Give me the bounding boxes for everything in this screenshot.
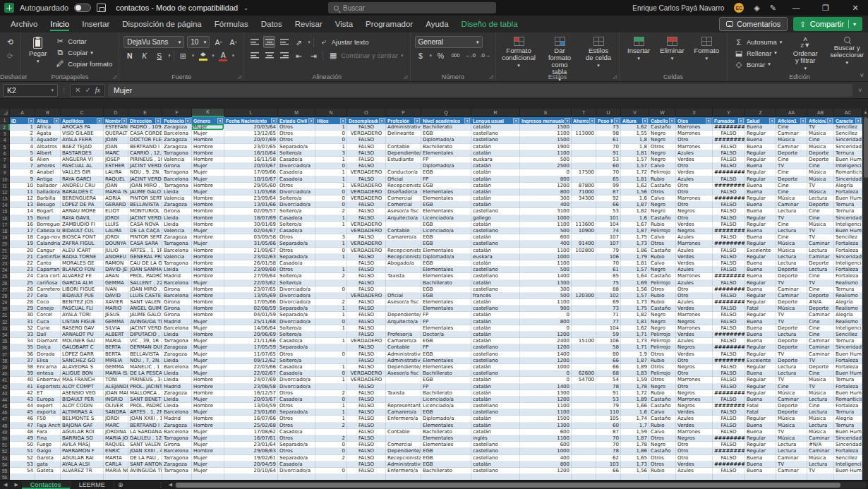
align-center-icon[interactable] <box>263 49 275 61</box>
cell-C14[interactable]: LÓPEZ DE PA <box>61 202 104 208</box>
insert-cells-button[interactable]: Insertar▾ <box>624 35 653 71</box>
cell-AC20[interactable]: Fortaleza <box>834 241 862 247</box>
underline-button[interactable]: S <box>153 49 165 61</box>
filter-button-X[interactable]: ▾ <box>706 118 711 123</box>
cell-M35[interactable]: Casado/a <box>278 338 315 344</box>
cell-P54[interactable]: Administrativo <box>386 461 421 468</box>
cell-Q49[interactable]: Bachillerato <box>421 429 471 435</box>
cell-X26[interactable]: Azules <box>676 280 713 286</box>
cell-U4[interactable]: 61 <box>596 137 621 143</box>
cell-T52[interactable] <box>572 448 596 454</box>
cell-E15[interactable]: MONTURIOL , <box>128 208 162 215</box>
menu-tab-programador[interactable]: Programador <box>359 17 419 31</box>
cell-M4[interactable]: Otros <box>278 137 315 143</box>
cell-C29[interactable]: BENITEZ JOS <box>61 299 104 306</box>
cell-D4[interactable]: JOAN <box>104 137 128 143</box>
cell-AB29[interactable]: #N/A <box>807 299 834 306</box>
cell-W56[interactable] <box>649 474 676 480</box>
cell-N26[interactable] <box>315 280 347 286</box>
cell-O5[interactable]: FALSO <box>347 144 386 150</box>
cell-C19[interactable]: BIOSCA FONT <box>61 234 104 241</box>
cell-W31[interactable]: Negro <box>649 312 676 318</box>
cell-V49[interactable]: 1,59 <box>621 429 649 435</box>
cell-X56[interactable] <box>676 474 713 480</box>
cell-R3[interactable]: castellano <box>471 131 520 137</box>
cell-O35[interactable]: VERDADERO <box>347 338 386 344</box>
cell-T28[interactable]: 120300 <box>572 293 596 299</box>
cell-P48[interactable] <box>386 423 421 429</box>
cell-Y2[interactable]: ########## <box>713 124 745 131</box>
cell-D39[interactable]: GEMMA <box>104 364 128 370</box>
cell-P32[interactable]: Arquitecto/a <box>386 319 421 325</box>
font-color-icon[interactable]: A <box>217 49 229 61</box>
cell-E18[interactable]: DE LA CAÇA <box>128 228 162 234</box>
cell-X25[interactable]: Marrones <box>676 273 713 279</box>
cell-Z52[interactable]: Regular <box>745 448 776 454</box>
cell-W46[interactable]: Calvo <box>649 409 676 416</box>
cell-AA33[interactable]: Deporte <box>776 325 807 332</box>
cell-T17[interactable]: 113600 <box>572 222 596 228</box>
cell-AB3[interactable]: Música <box>807 131 834 137</box>
cell-S45[interactable]: 1100 <box>520 403 572 409</box>
cell-AB51[interactable]: #N/A <box>807 442 834 448</box>
cell-AC50[interactable]: Sinceridad <box>834 435 862 442</box>
cell-R25[interactable]: castellano <box>471 273 520 279</box>
cell-E50[interactable]: GALILEU , 12. <box>128 435 162 442</box>
cell-Y50[interactable]: ########## <box>713 435 745 442</box>
table-header-N[interactable]: Hijos▾ <box>315 117 347 124</box>
cell-O47[interactable]: FALSO <box>347 416 386 422</box>
cell-T27[interactable] <box>572 286 596 293</box>
column-header-B[interactable]: B <box>35 109 61 117</box>
cell-AC56[interactable] <box>834 474 862 480</box>
number-dialog-launcher-icon[interactable]: ◿ <box>488 74 494 80</box>
cell-X48[interactable]: Verdes <box>676 423 713 429</box>
cell-R42[interactable]: catalán <box>471 384 520 390</box>
cell-U41[interactable]: 54 <box>596 377 621 383</box>
cell-AB26[interactable]: TV <box>807 280 834 286</box>
cell-T29[interactable] <box>572 299 596 306</box>
cell-Q23[interactable]: EGB <box>421 260 471 267</box>
cell-P51[interactable]: Comercial <box>386 442 421 448</box>
cell-E24[interactable]: JOAN SANMA <box>128 267 162 273</box>
cell-F31[interactable]: Girona <box>162 312 192 318</box>
cell-AA45[interactable]: Deporte <box>776 403 807 409</box>
table-header-AB[interactable]: Afición2▾ <box>807 117 834 124</box>
cell-X51[interactable]: Otro <box>676 442 713 448</box>
cell-B5[interactable]: Albatros <box>35 144 61 150</box>
cell-B50[interactable]: Fina <box>35 435 61 442</box>
cell-Y4[interactable]: ########## <box>713 137 745 143</box>
cell-AC52[interactable]: Fortaleza <box>834 448 862 454</box>
cell-V7[interactable]: 1,57 <box>621 157 649 163</box>
cell-M5[interactable]: Separado/a <box>278 144 315 150</box>
cell-T36[interactable] <box>572 344 596 351</box>
cell-AA10[interactable]: Deporte <box>776 176 807 183</box>
cell-AA6[interactable]: Deporte <box>776 150 807 157</box>
filter-button-Q[interactable]: ▾ <box>464 118 470 123</box>
cell-W17[interactable]: Rubio <box>649 222 676 228</box>
cell-L51[interactable]: 23/01/64 <box>224 442 278 448</box>
cell-C18[interactable]: BIDAULT CUL <box>61 228 104 234</box>
cell-D45[interactable]: OLIVER <box>104 403 128 409</box>
cell-Q4[interactable]: Diplomado/a <box>421 137 471 143</box>
cell-P25[interactable]: Taxista <box>386 273 421 279</box>
cell-A44[interactable]: 43 <box>10 397 35 403</box>
cell-Q5[interactable]: Bachillerato <box>421 144 471 150</box>
cell-B52[interactable]: Galgo <box>35 448 61 454</box>
cell-AA28[interactable]: Caminar <box>776 293 807 299</box>
row-header-49[interactable]: 49 <box>0 429 10 435</box>
cell-AB43[interactable]: Música <box>807 390 834 397</box>
cell-V50[interactable]: 1,87 <box>621 435 649 442</box>
cell-W6[interactable]: Negro <box>649 150 676 157</box>
row-header-44[interactable]: 44 <box>0 397 10 403</box>
cell-P42[interactable] <box>386 384 421 390</box>
cell-Z35[interactable]: Buena <box>745 338 776 344</box>
cell-E3[interactable]: CASA CORDE <box>128 131 162 137</box>
cell-U38[interactable]: 66 <box>596 358 621 364</box>
cell-P41[interactable] <box>386 377 421 383</box>
cell-W19[interactable]: Calvo <box>649 234 676 241</box>
cell-P36[interactable]: Contable <box>386 344 421 351</box>
cell-V47[interactable]: 1,74 <box>621 416 649 422</box>
cell-C37[interactable]: LÓPEZ GARR <box>61 351 104 358</box>
cell-S46[interactable]: 1100 <box>520 409 572 416</box>
cell-Q25[interactable]: Elementales <box>421 273 471 279</box>
